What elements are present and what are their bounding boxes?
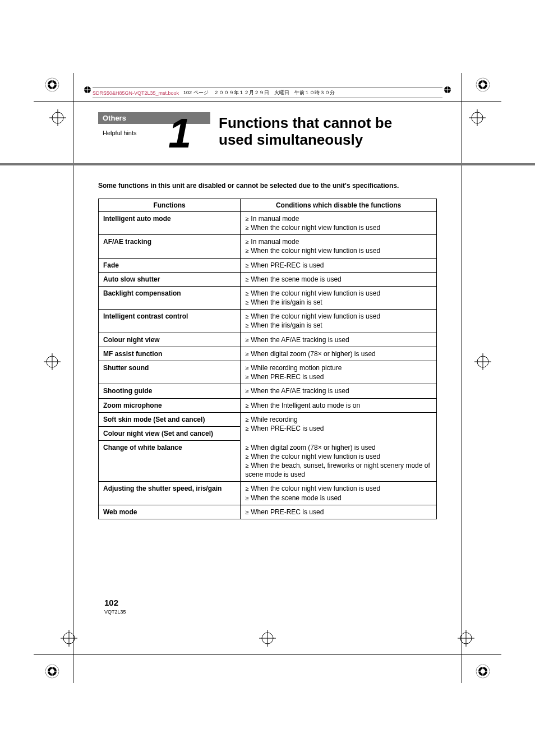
crop-line (34, 101, 501, 102)
condition-item: When the beach, sunset, fireworks or nig… (245, 461, 432, 479)
condition-item: When the iris/gain is set (245, 298, 432, 307)
table-cell-cond: When digital zoom (78× or higher) is use… (241, 441, 437, 482)
condition-item: In manual mode (245, 237, 432, 246)
table-row: Zoom microphoneWhen the Intelligent auto… (99, 398, 437, 412)
table-row: AF/AE trackingIn manual modeWhen the col… (99, 235, 437, 258)
header-filename: SDRS50&H85GN-VQT2L35_mst.book (93, 90, 179, 96)
table-row: Adjusting the shutter speed, iris/gainWh… (99, 482, 437, 505)
title-underline (0, 163, 535, 165)
table-cell-cond: In manual modeWhen the colour night view… (241, 235, 437, 258)
table-cell-cond: When the Intelligent auto mode is on (241, 398, 437, 412)
reg-small-r (443, 85, 452, 94)
condition-item: When PRE-REC is used (245, 424, 432, 433)
table-cell-cond: When the colour night view function is u… (241, 286, 437, 309)
table-cell-func: Backlight compensation (99, 286, 241, 309)
condition-item: When the AF/AE tracking is used (245, 335, 432, 344)
chapter-number: 1 (168, 109, 190, 157)
table-cell-func: Web mode (99, 505, 241, 519)
table-row: FadeWhen PRE-REC is used (99, 258, 437, 272)
table-cell-cond: When the colour night view function is u… (241, 482, 437, 505)
table-cell-func: AF/AE tracking (99, 235, 241, 258)
title-line-1: Functions that cannot be (219, 114, 392, 131)
table-row: Intelligent contrast controlWhen the col… (99, 310, 437, 333)
header-meta: 102 ページ ２００９年１２月２９日 火曜日 午前１０時３０分 (183, 89, 335, 96)
table-row: Shooting guideWhen the AF/AE tracking is… (99, 384, 437, 398)
table-row: Colour night viewWhen the AF/AE tracking… (99, 333, 437, 347)
table-cell-cond: When PRE-REC is used (241, 505, 437, 519)
table-cell-func: Colour night view (99, 333, 241, 347)
table-cell-cond: When digital zoom (78× or higher) is use… (241, 347, 437, 361)
reg-mark-br (474, 663, 491, 680)
table-row: Auto slow shutterWhen the scene mode is … (99, 272, 437, 286)
table-row: Change of white balanceWhen digital zoom… (99, 441, 437, 482)
table-row: Intelligent auto modeIn manual modeWhen … (99, 211, 437, 234)
reg-mark-tl2 (49, 109, 66, 126)
condition-item: When the colour night view function is u… (245, 223, 432, 232)
condition-item: When the AF/AE tracking is used (245, 386, 432, 395)
table-cell-func: Auto slow shutter (99, 272, 241, 286)
table-cell-func: Intelligent contrast control (99, 310, 241, 333)
condition-item: In manual mode (245, 214, 432, 223)
table-cell-cond: In manual modeWhen the colour night view… (241, 211, 437, 234)
reg-mark-bl (44, 663, 61, 680)
table-cell-func: Soft skin mode (Set and cancel) (99, 412, 241, 426)
table-row: MF assist functionWhen digital zoom (78×… (99, 347, 437, 361)
condition-item: When the colour night view function is u… (245, 312, 432, 321)
condition-item: When the colour night view function is u… (245, 246, 432, 255)
condition-item: When digital zoom (78× or higher) is use… (245, 349, 432, 358)
title-line-2: used simultaneously (219, 131, 363, 148)
page-content: Others Helpful hints 1 Functions that ca… (98, 112, 437, 519)
functions-table: Functions Conditions which disable the f… (98, 199, 437, 519)
table-row: Shutter soundWhile recording motion pict… (99, 361, 437, 384)
condition-item: While recording motion picture (245, 363, 432, 372)
crop-line (34, 654, 501, 655)
table-cell-func: Adjusting the shutter speed, iris/gain (99, 482, 241, 505)
reg-mark-ml (44, 353, 61, 370)
table-cell-func: Shooting guide (99, 384, 241, 398)
table-cell-func: Colour night view (Set and cancel) (99, 426, 241, 440)
condition-item: When PRE-REC is used (245, 508, 432, 517)
reg-mark-tl (44, 76, 61, 93)
condition-item: While recording (245, 415, 432, 424)
doc-code: VQT2L35 (104, 609, 126, 615)
condition-item: When the iris/gain is set (245, 321, 432, 330)
table-row: Web modeWhen PRE-REC is used (99, 505, 437, 519)
print-header: SDRS50&H85GN-VQT2L35_mst.book 102 ページ ２０… (93, 87, 442, 98)
table-cell-func: Change of white balance (99, 441, 241, 482)
table-cell-cond: When the AF/AE tracking is used (241, 333, 437, 347)
condition-item: When the scene mode is used (245, 275, 432, 284)
condition-item: When PRE-REC is used (245, 261, 432, 270)
reg-small-l (83, 85, 92, 94)
condition-item: When the Intelligent auto mode is on (245, 401, 432, 410)
page-title: Functions that cannot be used simultaneo… (219, 115, 392, 149)
reg-mark-tr (474, 76, 491, 93)
condition-item: When PRE-REC is used (245, 372, 432, 381)
reg-mark-br2 (458, 630, 474, 647)
condition-item: When the colour night view function is u… (245, 452, 432, 461)
th-conditions: Conditions which disable the functions (241, 199, 437, 211)
condition-item: When the colour night view function is u… (245, 289, 432, 298)
intro-text: Some functions in this unit are disabled… (98, 181, 437, 191)
condition-item: When the colour night view function is u… (245, 484, 432, 493)
table-cell-func: Fade (99, 258, 241, 272)
table-cell-func: Intelligent auto mode (99, 211, 241, 234)
table-cell-cond: While recordingWhen PRE-REC is used (241, 412, 437, 440)
table-cell-cond: When the AF/AE tracking is used (241, 384, 437, 398)
reg-mark-mr (474, 353, 491, 370)
reg-mark-tr2 (469, 109, 486, 126)
table-cell-cond: When the colour night view function is u… (241, 310, 437, 333)
table-cell-func: MF assist function (99, 347, 241, 361)
table-cell-func: Zoom microphone (99, 398, 241, 412)
reg-mark-bl2 (61, 630, 77, 647)
reg-mark-bc (259, 630, 276, 647)
page-number: 102 (104, 598, 118, 607)
table-cell-cond: When the scene mode is used (241, 272, 437, 286)
table-cell-cond: While recording motion pictureWhen PRE-R… (241, 361, 437, 384)
table-row: Backlight compensationWhen the colour ni… (99, 286, 437, 309)
table-cell-func: Shutter sound (99, 361, 241, 384)
section-header: Others (98, 112, 210, 124)
table-cell-cond: When PRE-REC is used (241, 258, 437, 272)
condition-item: When digital zoom (78× or higher) is use… (245, 443, 432, 452)
th-functions: Functions (99, 199, 241, 211)
condition-item: When the scene mode is used (245, 494, 432, 503)
